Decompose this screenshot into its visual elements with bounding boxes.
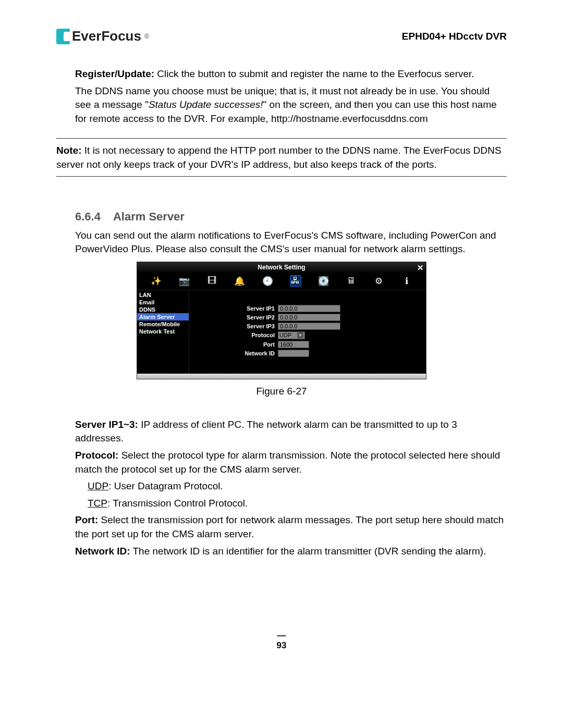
record-icon[interactable]: 🎞 [206,275,217,287]
input-network-id[interactable] [278,350,309,357]
def-server-ip-label: Server IP1~3: [75,419,138,430]
dvr-form: Server IP1 0.0.0.0 Server IP2 0.0.0.0 Se… [189,290,426,374]
schedule-icon[interactable]: 🕘 [262,275,273,287]
def-server-ip: Server IP1~3: IP address of client PC. T… [56,418,507,446]
row-server-ip1: Server IP1 0.0.0.0 [194,305,421,312]
def-network-id-text: The network ID is an identifier for the … [130,546,486,557]
sidebar-item-remote-mobile[interactable]: Remote/Mobile [137,320,189,328]
figure-caption: Figure 6-27 [56,386,507,397]
def-tcp-label: TCP [88,498,107,509]
register-text: Click the button to submit and register … [154,68,474,79]
section-intro: You can send out the alarm notifications… [56,229,507,256]
note-box: Note: It is not necessary to append the … [56,138,507,176]
note-label: Note: [56,145,82,156]
sidebar-item-lan[interactable]: LAN [137,291,189,299]
def-protocol-label: Protocol: [75,450,118,461]
ddns-status-msg: Status Update successes! [149,99,263,110]
row-server-ip3: Server IP3 0.0.0.0 [194,323,421,330]
section-number: 6.6.4 [75,210,101,223]
logo-icon [56,29,70,44]
sidebar-item-email[interactable]: Email [137,299,189,306]
def-network-id-label: Network ID: [75,546,130,557]
figure-alarm-server: Network Setting ✕ ✨📷🎞🔔🕘🖧💽🖥⚙ℹ LANEmailDDN… [56,262,507,397]
info-icon[interactable]: ℹ [401,275,412,287]
brand-logo: EverFocus ® [56,28,149,44]
row-server-ip2: Server IP2 0.0.0.0 [194,314,421,321]
disk-icon[interactable]: 💽 [317,275,329,287]
dvr-toolbar: ✨📷🎞🔔🕘🖧💽🖥⚙ℹ [137,273,426,290]
label-server-ip2: Server IP2 [194,314,278,320]
dvr-titlebar: Network Setting ✕ [137,262,426,273]
row-protocol: Protocol UDP ▼ [194,331,421,339]
def-udp-text: : User Datagram Protocol. [108,480,223,491]
dvr-bottom-bar [137,374,426,379]
def-port-text: Select the transmission port for network… [75,514,504,539]
page-number-value: 93 [277,640,287,650]
dvr-window-title: Network Setting [258,264,305,271]
brand-name: EverFocus [72,28,141,44]
camera-icon[interactable]: 📷 [178,275,190,287]
label-port: Port [194,341,278,348]
label-network-id: Network ID [194,350,278,356]
registered-mark: ® [144,33,149,40]
section-title: Alarm Server [113,210,185,223]
def-tcp-text: : Transmission Control Protocol. [107,498,248,509]
sidebar-item-ddns[interactable]: DDNS [137,306,189,313]
product-title: EPHD04+ HDcctv DVR [402,31,507,42]
dvr-body: LANEmailDDNSAlarm ServerRemote/MobileNet… [137,290,426,374]
label-server-ip1: Server IP1 [194,305,278,312]
select-protocol-value: UDP [279,332,291,338]
wizard-icon[interactable]: ✨ [151,275,162,287]
input-server-ip1[interactable]: 0.0.0.0 [278,305,340,312]
def-protocol: Protocol: Select the protocol type for a… [56,449,507,476]
note-text: It is not necessary to append the HTTP p… [56,145,501,170]
input-port[interactable]: 1600 [278,341,309,348]
close-icon[interactable]: ✕ [417,263,424,273]
def-port-label: Port: [75,514,98,525]
register-paragraph: Register/Update: Click the button to sub… [56,67,507,81]
network-icon[interactable]: 🖧 [290,275,301,287]
page-number: —93 [56,631,507,650]
sidebar-item-alarm-server[interactable]: Alarm Server [137,313,189,320]
dvr-window: Network Setting ✕ ✨📷🎞🔔🕘🖧💽🖥⚙ℹ LANEmailDDN… [137,262,426,379]
label-protocol: Protocol [194,332,278,338]
alarm-icon[interactable]: 🔔 [234,275,246,287]
page-header: EverFocus ® EPHD04+ HDcctv DVR [56,28,507,44]
input-server-ip2[interactable]: 0.0.0.0 [278,314,340,321]
row-port: Port 1600 [194,341,421,348]
section-heading: 6.6.4Alarm Server [75,210,507,224]
def-protocol-text: Select the protocol type for alarm trans… [75,450,500,475]
def-udp: UDP: User Datagram Protocol. [56,479,507,493]
row-network-id: Network ID [194,350,421,357]
def-udp-label: UDP [88,480,108,491]
chevron-down-icon: ▼ [297,332,303,338]
select-protocol[interactable]: UDP ▼ [278,331,305,339]
register-label: Register/Update: [75,68,154,79]
def-network-id: Network ID: The network ID is an identif… [56,545,507,559]
system-icon[interactable]: ⚙ [373,275,385,287]
def-port: Port: Select the transmission port for n… [56,513,507,541]
label-server-ip3: Server IP3 [194,323,278,329]
dvr-sidebar: LANEmailDDNSAlarm ServerRemote/MobileNet… [137,290,189,374]
input-server-ip3[interactable]: 0.0.0.0 [278,323,340,330]
def-tcp: TCP: Transmission Control Protocol. [56,497,507,511]
sidebar-item-network-test[interactable]: Network Test [137,328,189,335]
display-icon[interactable]: 🖥 [345,275,357,287]
ddns-paragraph: The DDNS name you choose must be unique;… [56,84,507,126]
